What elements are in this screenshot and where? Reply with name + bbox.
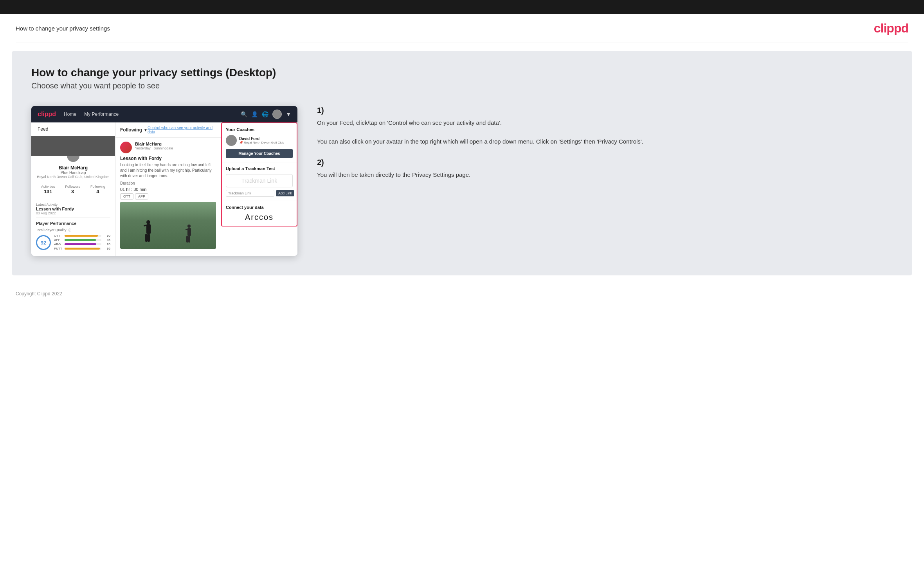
post-date-loc: Yesterday · Sunningdale <box>135 146 173 150</box>
screenshot-area: clippd Home My Performance 🔍 👤 🌐 ▼ Feed <box>31 106 893 256</box>
pp-bar-bg <box>65 248 101 250</box>
trackman-input[interactable] <box>226 190 274 197</box>
pp-bar-bg <box>65 235 101 237</box>
coach-info: David Ford 📌 Royal North Devon Golf Club <box>239 137 284 144</box>
info-icon: ⓘ <box>68 228 71 232</box>
app-nav-logo: clippd <box>38 111 56 118</box>
post-desc: Looking to feel like my hands are exitin… <box>120 162 216 179</box>
connect-title: Connect your data <box>226 205 293 210</box>
svg-rect-7 <box>186 229 188 230</box>
main-content: How to change your privacy settings (Des… <box>12 51 912 275</box>
pp-quality-wrap: 92 OTT 90 APP 85 ARG <box>36 234 110 251</box>
app-nav-performance[interactable]: My Performance <box>84 111 119 117</box>
player-performance: Player Performance Total Player Quality … <box>36 221 110 251</box>
post-card: Blair McHarg Yesterday · Sunningdale Les… <box>115 138 221 253</box>
svg-rect-4 <box>145 234 148 242</box>
globe-icon[interactable]: 🌐 <box>262 111 268 117</box>
pp-bar-row: OTT 90 <box>54 234 110 237</box>
step-1: 1) On your Feed, click/tap on 'Control w… <box>317 106 889 146</box>
trackman-title: Upload a Trackman Test <box>226 166 293 171</box>
control-privacy-link[interactable]: Control who can see your activity and da… <box>148 126 216 134</box>
app-nav-home[interactable]: Home <box>64 111 76 117</box>
followers-stat: Followers 3 <box>65 185 80 194</box>
pp-bar-label: OTT <box>54 234 63 237</box>
search-icon[interactable]: 🔍 <box>241 111 247 117</box>
trackman-row: Add Link <box>226 190 293 197</box>
avatar[interactable] <box>272 110 282 119</box>
post-author: Blair McHarg <box>135 142 173 146</box>
coach-name: David Ford <box>239 137 284 141</box>
step1-number: 1) <box>317 106 889 115</box>
user-icon[interactable]: 👤 <box>251 111 258 117</box>
top-bar <box>0 0 924 14</box>
pp-bar-bg <box>65 239 101 241</box>
profile-stats: Activities 131 Followers 3 Following 4 <box>36 182 110 197</box>
pp-quality-label: Total Player Quality ⓘ <box>36 228 110 232</box>
coach-avatar <box>226 135 237 146</box>
instructions: 1) On your Feed, click/tap on 'Control w… <box>313 106 893 191</box>
badge-ott: OTT <box>120 193 133 200</box>
profile-banner <box>31 136 115 156</box>
pp-bars: OTT 90 APP 85 ARG 86 <box>54 234 110 251</box>
feed-tab[interactable]: Feed <box>31 122 115 136</box>
followers-value: 3 <box>65 189 80 194</box>
pp-bar-bg <box>65 243 101 245</box>
pp-score: 92 <box>36 235 51 250</box>
followers-label: Followers <box>65 185 80 189</box>
svg-point-5 <box>187 225 191 228</box>
location-icon: 📌 <box>239 141 243 144</box>
header-title: How to change your privacy settings <box>16 25 110 32</box>
profile-name: Blair McHarg <box>36 165 110 171</box>
duration-value: 01 hr : 30 min <box>120 187 216 192</box>
coach-club: 📌 Royal North Devon Golf Club <box>239 141 284 144</box>
step1-text: On your Feed, click/tap on 'Control who … <box>317 118 889 146</box>
svg-rect-3 <box>148 234 150 242</box>
manage-coaches-button[interactable]: Manage Your Coaches <box>226 149 293 158</box>
step-2: 2) You will then be taken directly to th… <box>317 158 889 180</box>
chevron-down-icon: ▼ <box>144 128 148 132</box>
footer-text: Copyright Clippd 2022 <box>16 291 62 297</box>
app-nav: clippd Home My Performance 🔍 👤 🌐 ▼ <box>31 106 297 122</box>
logo: clippd <box>874 21 908 36</box>
post-image <box>120 202 216 249</box>
latest-date: 03 Aug 2022 <box>36 211 110 215</box>
pp-bar-row: ARG 86 <box>54 243 110 246</box>
coaches-title: Your Coaches <box>226 127 293 132</box>
following-label: Following <box>90 185 105 189</box>
latest-label: Latest Activity <box>36 203 110 207</box>
pp-bar-val: 86 <box>103 243 110 246</box>
latest-name: Lesson with Fordy <box>36 207 110 211</box>
post-duration: Duration <box>120 181 216 185</box>
post-meta: Blair McHarg Yesterday · Sunningdale <box>135 142 173 150</box>
add-link-button[interactable]: Add Link <box>276 190 294 196</box>
pp-bar-val: 90 <box>103 234 110 237</box>
app-body: Feed Blair McHarg Plus Handicap Royal No… <box>31 122 297 256</box>
right-panel: Your Coaches David Ford 📌 Royal North De… <box>221 122 297 256</box>
main-subtitle: Choose what you want people to see <box>31 81 893 90</box>
header: How to change your privacy settings clip… <box>0 14 924 43</box>
badge-app: APP <box>135 193 148 200</box>
arccos-logo: Arccos <box>226 213 293 222</box>
post-badges: OTT APP <box>120 193 216 200</box>
post-title: Lesson with Fordy <box>120 156 216 161</box>
pp-title: Player Performance <box>36 221 110 226</box>
step2-text: You will then be taken directly to the P… <box>317 170 889 180</box>
following-button[interactable]: Following ▼ <box>120 127 148 133</box>
footer: Copyright Clippd 2022 <box>0 283 924 304</box>
following-value: 4 <box>90 189 105 194</box>
coaches-section: Your Coaches David Ford 📌 Royal North De… <box>222 123 297 162</box>
pp-bar-val: 96 <box>103 247 110 250</box>
duration-label: Duration <box>120 181 135 185</box>
svg-rect-9 <box>186 236 188 243</box>
pp-bar-label: PUTT <box>54 247 63 250</box>
profile-card: Blair McHarg Plus Handicap Royal North D… <box>31 136 115 256</box>
following-stat: Following 4 <box>90 185 105 194</box>
pp-bar-fill <box>65 239 96 241</box>
latest-activity: Latest Activity Lesson with Fordy 03 Aug… <box>36 200 110 218</box>
trackman-placeholder: Trackman Link <box>229 178 289 184</box>
trackman-input-wrap: Trackman Link <box>226 174 293 187</box>
pp-bar-row: PUTT 96 <box>54 247 110 250</box>
pp-bar-label: ARG <box>54 243 63 246</box>
connect-section: Connect your data Arccos <box>222 201 297 226</box>
chevron-down-icon[interactable]: ▼ <box>286 111 291 117</box>
